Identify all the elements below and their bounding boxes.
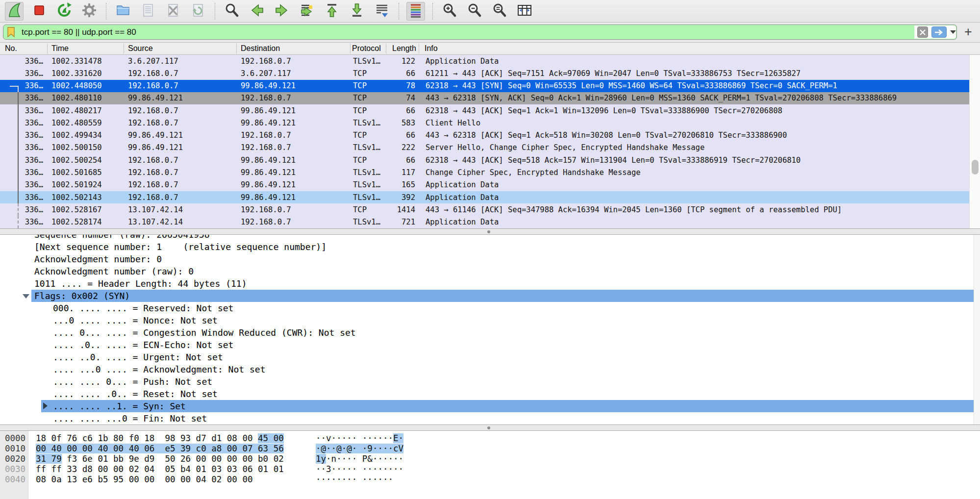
detail-line[interactable]: .... .... 0... = Push: Not set — [0, 375, 974, 388]
zoom-in-button[interactable] — [440, 2, 459, 21]
packet-list-scrollbar-thumb[interactable] — [972, 160, 979, 175]
detail-text: .... 0... .... = Congestion Window Reduc… — [53, 326, 356, 339]
detail-line[interactable]: .... .0.. .... = ECN-Echo: Not set — [0, 339, 974, 351]
cell-source: 3.6.207.117 — [124, 57, 236, 66]
pane-splitter-bottom[interactable] — [0, 424, 980, 431]
filter-bookmark-icon[interactable] — [7, 27, 16, 40]
auto-scroll-button[interactable] — [373, 2, 391, 21]
detail-line[interactable]: .... ..0. .... = Urgent: Not set — [0, 351, 974, 363]
packet-row[interactable]: 336…1002.480217192.168.0.799.86.49.121TC… — [0, 104, 969, 117]
filter-controls — [914, 25, 956, 39]
column-header-length[interactable]: Length — [392, 43, 418, 54]
packet-row[interactable]: 336…1002.500254192.168.0.799.86.49.121TC… — [0, 154, 969, 166]
stop-capture-button[interactable] — [30, 2, 49, 21]
cell-time: 1002.501924 — [47, 180, 124, 189]
hex-row[interactable]: 001000 40 00 00 40 00 40 06 e5 39 c0 a8 … — [0, 444, 980, 454]
hex-row[interactable]: 0030ff ff 33 d8 00 00 02 04 05 b4 01 03 … — [0, 464, 980, 474]
expander-expanded-icon[interactable] — [23, 294, 29, 299]
column-header-time[interactable]: Time — [51, 43, 125, 54]
packet-list[interactable]: 336…1002.3314783.6.207.117192.168.0.7TLS… — [0, 55, 969, 228]
detail-line[interactable]: .... 0... .... = Congestion Window Reduc… — [0, 326, 974, 339]
detail-line[interactable]: Flags: 0x002 (SYN) — [0, 290, 974, 302]
filter-add-button[interactable]: + — [960, 24, 977, 40]
packet-bytes-pane[interactable]: 000018 0f 76 c6 1b 80 f0 18 98 93 d7 d1 … — [0, 431, 980, 499]
column-divider[interactable] — [236, 44, 237, 54]
packet-row[interactable]: 336…1002.50015099.86.49.121192.168.0.7TL… — [0, 142, 969, 154]
column-header-no[interactable]: No. — [5, 43, 44, 54]
cell-destination: 192.168.0.7 — [236, 57, 350, 66]
packet-row[interactable]: 336…1002.502143192.168.0.799.86.49.121TL… — [0, 191, 969, 203]
pane-splitter-top[interactable] — [0, 228, 980, 235]
expander-collapsed-icon[interactable] — [43, 402, 48, 409]
packet-row[interactable]: 336…1002.52816713.107.42.14192.168.0.7TC… — [0, 203, 969, 216]
hex-row[interactable]: 000018 0f 76 c6 1b 80 f0 18 98 93 d7 d1 … — [0, 433, 980, 444]
details-scrollbar[interactable] — [974, 235, 980, 424]
filter-clear-button[interactable] — [917, 26, 928, 38]
zoom-out-button[interactable] — [465, 2, 484, 21]
packet-row[interactable]: 336…1002.52817413.107.42.14192.168.0.7TL… — [0, 216, 969, 228]
packet-row[interactable]: 336…1002.501924192.168.0.799.86.49.121TL… — [0, 179, 969, 191]
filter-apply-button[interactable] — [931, 26, 947, 38]
packet-details-pane[interactable]: Sequence number (raw): 2665041958[Next s… — [0, 235, 974, 424]
detail-line[interactable]: [Next sequence number: 1 (relative seque… — [0, 241, 974, 253]
packet-row[interactable]: 336…1002.49943499.86.49.121192.168.0.7TC… — [0, 129, 969, 142]
filter-text[interactable]: tcp.port == 80 || udp.port == 80 — [22, 25, 136, 39]
last-packet-button[interactable] — [348, 2, 366, 21]
hex-ascii: ·@··@·@· ·9····cV — [316, 444, 403, 454]
detail-line[interactable]: ...0 .... .... = Nonce: Not set — [0, 314, 974, 326]
packet-row[interactable]: 336…1002.48011099.86.49.121192.168.0.7TC… — [0, 92, 969, 104]
hex-row[interactable]: 002031 79 f3 6e 01 bb 9e d9 50 26 00 00 … — [0, 454, 980, 464]
previous-packet-button[interactable] — [248, 2, 266, 21]
column-header-info[interactable]: Info — [425, 43, 523, 54]
resize-columns-button[interactable] — [515, 2, 534, 21]
go-to-packet-button[interactable] — [298, 2, 316, 21]
find-packet-button[interactable] — [223, 2, 241, 21]
hex-ascii: ········ ······ — [316, 474, 393, 485]
packet-list-scrollbar[interactable] — [969, 55, 980, 228]
packet-row[interactable]: 336…1002.480559192.168.0.799.86.49.121TL… — [0, 117, 969, 129]
detail-line[interactable]: Acknowledgment number (raw): 0 — [0, 265, 974, 277]
reload-file-button[interactable] — [189, 2, 207, 21]
folder-icon — [115, 2, 131, 21]
detail-line[interactable]: Acknowledgment number: 0 — [0, 253, 974, 265]
packet-row[interactable]: 336…1002.501685192.168.0.799.86.49.121TL… — [0, 166, 969, 178]
colorize-button[interactable] — [406, 2, 425, 21]
open-file-button[interactable] — [114, 2, 132, 21]
packet-row[interactable]: 336…1002.448050192.168.0.799.86.49.121TC… — [0, 80, 969, 92]
cell-destination: 192.168.0.7 — [236, 218, 350, 226]
column-header-source[interactable]: Source — [128, 43, 238, 54]
detail-line[interactable]: 000. .... .... = Reserved: Not set — [0, 302, 974, 314]
column-header-destination[interactable]: Destination — [241, 43, 349, 54]
ascii-highlight: 1y — [316, 454, 326, 464]
save-file-button[interactable] — [139, 2, 157, 21]
column-divider[interactable] — [47, 44, 48, 54]
first-packet-button[interactable] — [323, 2, 341, 21]
detail-line[interactable]: .... .... .0.. = Reset: Not set — [0, 388, 974, 400]
detail-line[interactable]: .... .... ..1. = Syn: Set — [0, 400, 974, 412]
detail-text: ...0 .... .... = Nonce: Not set — [53, 314, 218, 326]
column-header-protocol[interactable]: Protocol — [352, 43, 384, 54]
detail-line[interactable]: Sequence number (raw): 2665041958 — [0, 235, 974, 241]
detail-line[interactable]: .... ...0 .... = Acknowledgment: Not set — [0, 363, 974, 375]
close-file-button[interactable] — [164, 2, 182, 21]
column-divider[interactable] — [350, 44, 351, 54]
cell-source: 13.107.42.14 — [124, 205, 236, 214]
detail-line[interactable]: 1011 .... = Header Length: 44 bytes (11) — [0, 277, 974, 290]
next-packet-button[interactable] — [273, 2, 291, 21]
cell-protocol: TCP — [350, 81, 386, 90]
packet-row[interactable]: 336…1002.331620192.168.0.73.6.207.117TCP… — [0, 67, 969, 79]
zoom-reset-button[interactable] — [490, 2, 509, 21]
column-divider[interactable] — [419, 44, 419, 54]
filter-history-dropdown-icon[interactable] — [950, 30, 956, 34]
arrow-left-icon — [249, 2, 265, 21]
capture-options-button[interactable] — [80, 2, 99, 21]
detail-line[interactable]: .... .... ...0 = Fin: Not set — [0, 412, 974, 424]
column-divider[interactable] — [124, 44, 124, 54]
restart-capture-button[interactable] — [55, 2, 74, 21]
packet-row[interactable]: 336…1002.3314783.6.207.117192.168.0.7TLS… — [0, 55, 969, 67]
hex-bytes: 08 0a 13 e6 b5 95 00 00 00 00 04 02 00 0… — [36, 474, 253, 485]
start-capture-button[interactable] — [5, 2, 24, 21]
hex-row[interactable]: 004008 0a 13 e6 b5 95 00 00 00 00 04 02 … — [0, 474, 980, 485]
column-divider[interactable] — [386, 44, 386, 54]
display-filter-input[interactable]: tcp.port == 80 || udp.port == 80 — [3, 25, 957, 40]
